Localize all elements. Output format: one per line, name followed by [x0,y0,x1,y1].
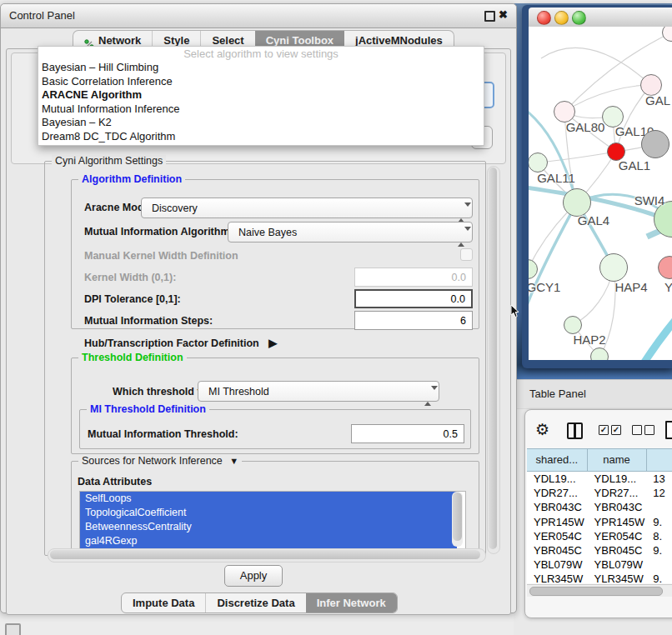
chevron-right-icon: ▶ [268,337,277,349]
group-title: Threshold Definition [78,352,187,363]
dropdown-item[interactable]: Mutual Information Inference [38,102,484,117]
cyni-bottom-tabbar: Impute Data Discretize Data Infer Networ… [121,592,398,613]
list-item[interactable]: gal4RGexp [80,534,457,548]
network-node-label: GAL80 [566,120,605,134]
table-row[interactable]: YDL19... YDL19... 13 [527,472,672,486]
tab-impute-data[interactable]: Impute Data [122,593,205,612]
network-window-titlebar[interactable] [529,8,672,28]
table-row[interactable]: YLR345W YLR345W 9. [527,572,672,583]
settings-horizontal-scrollbar[interactable] [48,548,486,562]
mouse-cursor [510,305,520,318]
mi-steps-label: Mutual Information Steps: [84,315,213,327]
table-rows: YDL19... YDL19... 13 YDR27... YDR27... 1… [527,472,672,583]
column-header-shared[interactable]: shared... [527,449,588,471]
table-row[interactable]: YBR043C YBR043C [527,500,672,514]
mi-type-select[interactable]: Naive Bayes [228,222,473,242]
close-traffic-light-icon[interactable] [537,11,551,25]
tab-label: Impute Data [133,593,194,612]
network-node[interactable] [599,253,628,282]
float-window-icon[interactable] [484,11,495,22]
control-panel-window: Control Panel ✖ Network Style Select Cy [0,3,517,613]
control-panel-titlebar: Control Panel ✖ [1,4,516,28]
hub-definition-toggle[interactable]: Hub/Transcription Factor Definition ▶ [84,337,277,349]
network-node[interactable] [641,130,669,158]
dropdown-item[interactable]: Bayesian – K2 [38,116,484,130]
group-title: Cyni Algorithm Settings [52,155,166,167]
selected-value: MI Threshold [208,386,269,398]
list-item[interactable]: SelfLoops [80,492,457,506]
tab-infer-network[interactable]: Infer Network [306,593,397,612]
gear-icon[interactable]: ⚙ [535,420,549,439]
kernel-width-label: Kernel Width (0,1): [84,272,176,283]
tab-discretize-data[interactable]: Discretize Data [205,593,305,612]
table-row[interactable]: YBL079W YBL079W [527,558,672,572]
document-icon[interactable] [665,421,672,439]
dpi-tolerance-field[interactable]: 0.0 [354,289,473,308]
group-title: MI Threshold Definition [87,403,209,415]
table-toolbar: ⚙ ✓ ✓ [525,417,672,445]
unchecked-checkbox-icon[interactable] [632,425,642,435]
algorithm-dropdown-popup: Select algorithm to view settings Bayesi… [38,46,484,146]
network-node[interactable] [590,348,609,360]
sources-title: Sources for Network Inference [82,455,223,467]
manual-kernel-label: Manual Kernel Width Definition [84,250,238,262]
checked-checkbox-icon[interactable]: ✓ [599,425,609,435]
dropdown-item[interactable]: Bayesian – Hill Climbing [38,61,484,75]
dpi-tolerance-label: DPI Tolerance [0,1]: [84,293,181,305]
table-header-row: shared... name [527,448,672,472]
spinner-icon [424,386,431,407]
mi-threshold-label: Mutual Information Threshold: [88,428,238,440]
data-attributes-label: Data Attributes [78,476,152,488]
column-layout-icon[interactable] [567,422,583,439]
tab-label: Discretize Data [217,593,294,612]
network-node-label: GAL1 [619,158,650,172]
close-icon[interactable]: ✖ [499,8,508,21]
network-node[interactable] [529,152,548,172]
selected-value: Discovery [152,202,198,214]
collapsed-panel-icon[interactable] [5,623,21,635]
apply-button[interactable]: Apply [224,565,283,587]
tab-label: Infer Network [317,593,386,612]
table-row[interactable]: YBR045C YBR045C 9. [527,543,672,558]
spinner-icon [458,202,464,223]
network-node-label: HAP2 [573,332,605,347]
kernel-width-field[interactable]: 0.0 [354,268,473,287]
network-node-label: GAL [645,93,670,108]
dropdown-item[interactable]: ARACNE Algorithm [38,88,484,102]
which-threshold-select[interactable]: MI Threshold [198,381,439,402]
sources-toggle[interactable]: Sources for Network Inference ▼ [78,455,242,467]
minimize-traffic-light-icon[interactable] [554,11,569,25]
network-view-window: GALGAL80GAL10GAL1GAL11SWI4GAL4GCY1HAP4YH… [522,5,672,368]
data-attributes-list: SelfLoops TopologicalCoefficient Between… [79,491,466,549]
list-item[interactable]: BetweennessCentrality [80,520,457,534]
dropdown-items: Bayesian – Hill Climbing Basic Correlati… [38,61,484,144]
table-row[interactable]: YPR145W YPR145W 9. [527,515,672,529]
column-header-name[interactable]: name [588,449,647,471]
scrollbar-thumb[interactable] [529,587,663,596]
dropdown-item[interactable]: Basic Correlation Inference [38,75,484,89]
network-node-label: HAP4 [614,280,647,294]
zoom-traffic-light-icon[interactable] [572,11,586,25]
scrollbar-thumb[interactable] [489,168,497,549]
mi-steps-field[interactable]: 6 [354,311,473,330]
screen: GALGAL80GAL10GAL1GAL11SWI4GAL4GCY1HAP4YH… [0,0,672,635]
list-item[interactable]: TopologicalCoefficient [80,506,457,520]
mi-threshold-field[interactable]: 0.5 [351,424,464,443]
aracne-mode-select[interactable]: Discovery [141,198,473,218]
manual-kernel-checkbox[interactable] [460,248,473,261]
network-canvas[interactable]: GALGAL80GAL10GAL1GAL11SWI4GAL4GCY1HAP4YH… [529,27,672,360]
column-header-extra[interactable] [647,449,672,471]
table-row[interactable]: YER054C YER054C 8. [527,529,672,543]
attribute-list-scrollbar[interactable] [452,492,463,547]
dropdown-item[interactable]: Dream8 DC_TDC Algorithm [38,130,484,144]
settings-vertical-scrollbar[interactable] [487,166,500,554]
network-node-label: GAL4 [578,213,609,228]
checked-checkbox-icon[interactable]: ✓ [611,425,621,435]
unchecked-checkbox-icon[interactable] [644,425,654,435]
scrollbar-thumb[interactable] [453,492,462,541]
network-tab-icon [84,36,94,46]
table-row[interactable]: YDR27... YDR27... 12 [527,486,672,500]
scrollbar-thumb[interactable] [50,550,480,559]
table-panel-title: Table Panel [529,388,586,400]
table-horizontal-scrollbar[interactable] [527,584,672,597]
